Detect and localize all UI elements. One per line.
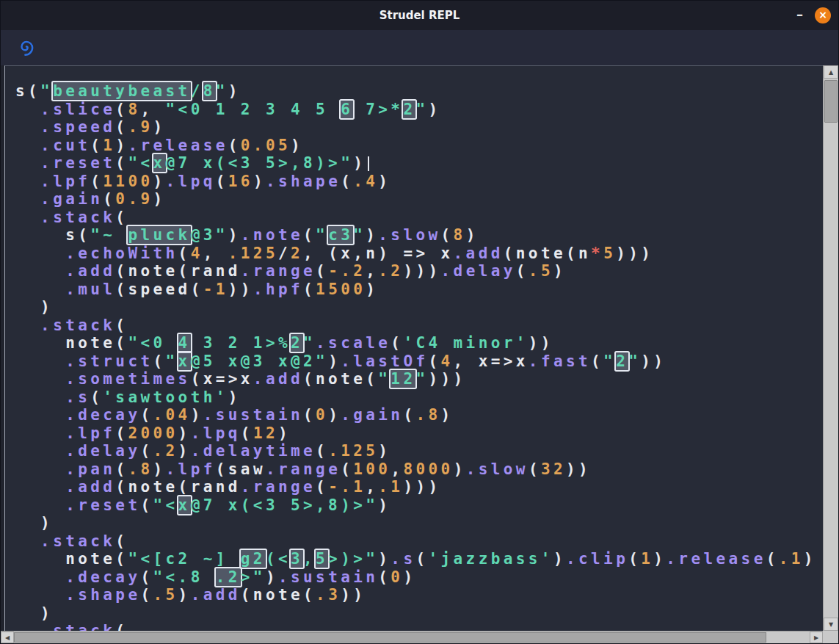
code-token: ( bbox=[316, 262, 328, 280]
code-token: ( bbox=[341, 173, 353, 190]
code-token: ) bbox=[804, 550, 816, 568]
code-token: * bbox=[591, 245, 603, 262]
code-token: 4 bbox=[191, 245, 203, 262]
code-line: .pan(.8).lpf(saw.range(100,8000).slow(32… bbox=[15, 460, 823, 479]
code-token: .cut bbox=[40, 137, 90, 154]
scroll-up-button[interactable]: ▲ bbox=[824, 65, 838, 79]
code-token: " bbox=[316, 352, 328, 370]
code-token: ) bbox=[153, 118, 166, 136]
code-token: .stack bbox=[40, 209, 115, 226]
code-token: " bbox=[216, 226, 228, 244]
code-token: 4 bbox=[178, 334, 191, 352]
code-token: .gain bbox=[341, 406, 403, 424]
code-token: >)> bbox=[328, 550, 366, 568]
code-token: .lpf bbox=[166, 460, 216, 478]
strudel-spiral-logo-icon[interactable] bbox=[17, 38, 36, 57]
code-token: "<0 1 2 3 4 5 bbox=[166, 101, 341, 118]
code-token: " bbox=[415, 370, 428, 388]
code-line: .lpf(2000).lpq(12) bbox=[15, 424, 823, 443]
code-token: ( bbox=[115, 316, 128, 334]
code-token: ( bbox=[529, 460, 541, 478]
minimize-button[interactable]: – bbox=[793, 1, 806, 30]
code-token: ( bbox=[303, 406, 316, 424]
code-token: , bbox=[391, 460, 403, 478]
code-token: ( bbox=[341, 460, 353, 478]
code-token: ( bbox=[90, 137, 103, 154]
code-token: ( bbox=[228, 137, 241, 154]
code-line: s("~ pluck@3").note("c3").slow(8) bbox=[15, 226, 823, 245]
code-token: ( bbox=[115, 532, 128, 550]
code-token: .reset bbox=[40, 154, 115, 172]
code-token: ( bbox=[115, 460, 128, 478]
code-token: 3 2 1>% bbox=[191, 334, 291, 352]
code-token: " bbox=[316, 226, 328, 244]
code-token: s( bbox=[15, 82, 40, 100]
close-button[interactable]: × bbox=[815, 7, 831, 23]
code-token: ( bbox=[153, 352, 166, 370]
code-token: .delaytime bbox=[191, 442, 316, 460]
code-token: ( bbox=[241, 424, 253, 442]
code-line: .mul(speed(-1)).hpf(1500) bbox=[15, 281, 823, 299]
code-token bbox=[15, 442, 65, 460]
code-token: .8 bbox=[415, 406, 440, 424]
scroll-right-button[interactable]: ▶ bbox=[810, 632, 823, 643]
code-token: (saw bbox=[216, 460, 266, 478]
code-token: 'sawtooth' bbox=[103, 388, 228, 406]
scroll-left-button[interactable]: ◀ bbox=[1, 632, 14, 643]
code-token: x bbox=[178, 352, 191, 370]
code-token: (< bbox=[266, 550, 291, 568]
scroll-down-button[interactable]: ▼ bbox=[824, 618, 838, 631]
code-token: .note bbox=[241, 226, 303, 244]
code-token: 8 bbox=[203, 82, 216, 100]
code-token: ) bbox=[15, 514, 53, 532]
code-token: (note(rand bbox=[115, 262, 240, 280]
code-token: .4 bbox=[353, 173, 378, 190]
code-token: ( bbox=[90, 173, 103, 190]
code-token: .scale bbox=[316, 334, 391, 352]
code-editor[interactable]: s("beautybeast/8") .slice(8, "<0 1 2 3 4… bbox=[4, 65, 823, 631]
code-token: ) bbox=[266, 568, 278, 586]
code-token: ) bbox=[15, 298, 53, 316]
code-token: .hpf bbox=[253, 281, 303, 298]
code-token: ( bbox=[766, 550, 779, 568]
vertical-scrollbar[interactable]: ▲ ▼ bbox=[823, 65, 838, 631]
code-token: ) bbox=[428, 101, 440, 118]
code-token: ( bbox=[115, 424, 128, 442]
code-token: 'jazzbass' bbox=[428, 550, 553, 568]
code-token: .lpq bbox=[191, 424, 241, 442]
code-token: .decay bbox=[65, 406, 140, 424]
code-line: .reset("<x@7 x(<3 5>,8)>") bbox=[15, 154, 823, 173]
code-token: ) bbox=[454, 460, 466, 478]
horizontal-scrollbar-thumb[interactable] bbox=[14, 632, 766, 643]
code-token: )) bbox=[228, 281, 253, 298]
titlebar[interactable]: Strudel REPL – × bbox=[1, 1, 838, 30]
code-token: ) bbox=[553, 262, 566, 280]
code-token: ( bbox=[216, 173, 228, 190]
code-token: .9 bbox=[128, 118, 153, 136]
code-token: .2 bbox=[216, 568, 241, 586]
code-token: ( bbox=[516, 262, 529, 280]
code-token: .s bbox=[65, 388, 90, 406]
code-token: 7>* bbox=[353, 101, 403, 118]
code-token bbox=[15, 568, 65, 586]
code-line: .shape(.5).add(note(.3)) bbox=[15, 586, 823, 604]
code-token: 8 bbox=[454, 226, 466, 244]
code-token: .decay bbox=[65, 568, 140, 586]
code-token bbox=[15, 622, 40, 631]
horizontal-scrollbar[interactable]: ◀ ▶ bbox=[1, 631, 823, 643]
code-token: / bbox=[278, 245, 291, 262]
code-token: 32 bbox=[541, 460, 566, 478]
code-token: ) bbox=[278, 424, 291, 442]
vertical-scrollbar-thumb[interactable] bbox=[824, 80, 838, 123]
code-token: 0 bbox=[316, 406, 328, 424]
code-token: ( bbox=[140, 586, 153, 604]
code-token: .fast bbox=[529, 352, 591, 370]
code-token: 4 bbox=[441, 352, 454, 370]
code-token bbox=[15, 118, 40, 136]
text-cursor bbox=[368, 156, 369, 171]
code-token: " bbox=[216, 82, 228, 100]
strudel-repl-window: Strudel REPL – × s("beautybeast/8") .sli… bbox=[0, 0, 839, 644]
code-token: ) bbox=[178, 586, 191, 604]
code-token: .add bbox=[65, 262, 115, 280]
code-token: .sustain bbox=[203, 406, 303, 424]
